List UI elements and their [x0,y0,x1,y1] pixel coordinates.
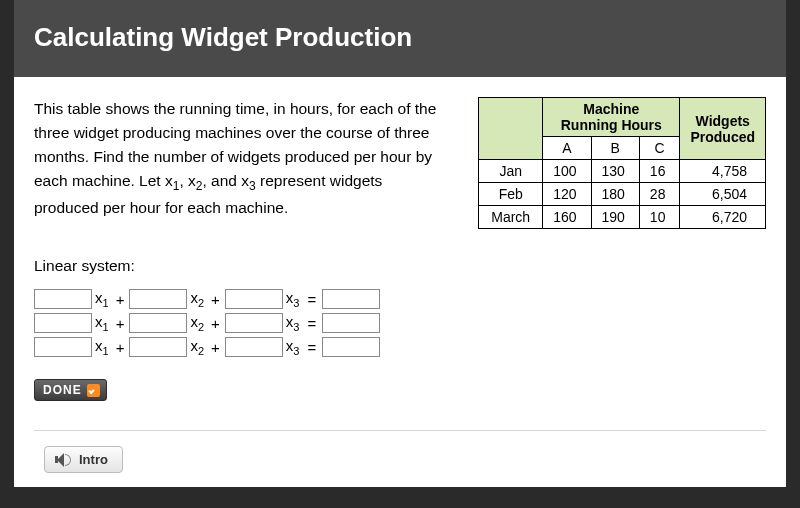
variable-label: x3 [286,289,300,309]
col-C: C [639,137,680,160]
coef-input[interactable] [34,337,92,357]
intro-button[interactable]: Intro [44,446,123,473]
coef-input[interactable] [129,313,187,333]
coef-input[interactable] [225,313,283,333]
result-input[interactable] [322,313,380,333]
variable-label: x1 [95,289,109,309]
table-row: March 160 190 10 6,720 [479,206,766,229]
table-row: Jan 100 130 16 4,758 [479,160,766,183]
col-B: B [591,137,639,160]
problem-text: This table shows the running time, in ho… [34,97,448,220]
check-icon [87,384,100,397]
variable-label: x1 [95,337,109,357]
col-A: A [543,137,591,160]
coef-input[interactable] [34,289,92,309]
coef-input[interactable] [34,313,92,333]
table-row: Feb 120 180 28 6,504 [479,183,766,206]
variable-label: x2 [190,337,204,357]
equation-row: x1+x2+x3= [34,313,766,333]
variable-label: x2 [190,289,204,309]
equation-block: x1+x2+x3=x1+x2+x3=x1+x2+x3= [34,289,766,357]
divider [34,430,766,431]
speaker-icon [55,453,71,467]
table-header-widgets: Widgets Produced [680,98,766,160]
variable-label: x1 [95,313,109,333]
result-input[interactable] [322,289,380,309]
data-table: Machine Running Hours Widgets Produced A… [478,97,766,229]
done-button[interactable]: DONE [34,379,107,401]
equation-row: x1+x2+x3= [34,289,766,309]
table-header-machines: Machine Running Hours [543,98,680,137]
content-panel: This table shows the running time, in ho… [14,77,786,487]
variable-label: x3 [286,313,300,333]
equation-row: x1+x2+x3= [34,337,766,357]
variable-label: x2 [190,313,204,333]
coef-input[interactable] [225,289,283,309]
linear-system-label: Linear system: [34,257,766,275]
coef-input[interactable] [129,289,187,309]
coef-input[interactable] [225,337,283,357]
coef-input[interactable] [129,337,187,357]
variable-label: x3 [286,337,300,357]
result-input[interactable] [322,337,380,357]
page-title: Calculating Widget Production [14,0,786,77]
